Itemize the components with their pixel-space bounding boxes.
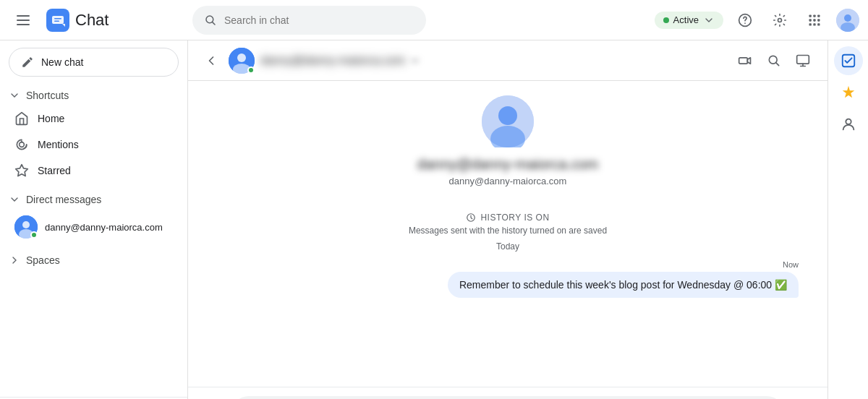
- star-icon: [14, 163, 29, 178]
- chevron-down-icon: [703, 14, 715, 26]
- svg-rect-11: [813, 14, 815, 17]
- dm-email: danny@danny-maiorca.com: [45, 222, 163, 233]
- history-icon: [466, 213, 476, 223]
- message-text: Remember to schedule this week's blog po…: [459, 279, 787, 291]
- contact-email-blurred: danny@danny-maiorca.com: [260, 54, 405, 67]
- history-badge: HISTORY IS ON: [466, 213, 549, 223]
- svg-point-27: [237, 53, 246, 62]
- active-dot: [663, 17, 669, 23]
- sidebar-item-home[interactable]: Home: [0, 106, 187, 132]
- hamburger-button[interactable]: [9, 6, 38, 35]
- starred-label: Starred: [38, 165, 71, 176]
- svg-rect-29: [739, 57, 748, 63]
- home-label: Home: [38, 113, 64, 124]
- svg-point-24: [22, 221, 30, 228]
- dm-status-dot: [30, 231, 38, 239]
- mentions-icon: [14, 137, 29, 152]
- right-icon-tasks[interactable]: [834, 46, 863, 75]
- direct-messages-label: Direct messages: [26, 194, 101, 205]
- right-icon-contacts[interactable]: [834, 110, 863, 139]
- video-call-button[interactable]: [732, 48, 758, 74]
- messages-area: danny@danny-maiorca.com danny@danny-maio…: [188, 81, 827, 387]
- search-input[interactable]: [224, 14, 414, 26]
- svg-rect-4: [54, 18, 61, 20]
- help-button[interactable]: [732, 7, 758, 33]
- svg-rect-5: [54, 20, 59, 22]
- today-divider: Today: [496, 241, 519, 252]
- profile-avatar-large: [482, 95, 534, 147]
- search-in-chat-button[interactable]: [761, 48, 787, 74]
- svg-point-33: [498, 106, 517, 125]
- spaces-section-header[interactable]: Spaces: [0, 250, 187, 270]
- svg-rect-17: [813, 23, 815, 25]
- svg-point-9: [778, 18, 782, 22]
- svg-rect-0: [17, 15, 30, 17]
- history-description: Messages sent with the history turned on…: [409, 226, 607, 236]
- main-chat: danny@danny-maiorca.com: [188, 40, 827, 399]
- chevron-down-icon: [9, 194, 20, 205]
- sidebar: New chat Shortcuts: [0, 40, 188, 399]
- chat-header: danny@danny-maiorca.com: [188, 40, 827, 81]
- back-button[interactable]: [200, 49, 223, 72]
- sidebar-item-mentions[interactable]: Mentions: [0, 132, 187, 158]
- active-label: Active: [673, 14, 699, 25]
- app-logo: [46, 9, 69, 32]
- chevron-right-icon: [9, 254, 20, 266]
- messages-list: Now Remember to schedule this week's blo…: [217, 260, 799, 298]
- user-avatar[interactable]: [836, 9, 859, 32]
- spaces-label: Spaces: [26, 254, 60, 266]
- svg-rect-16: [809, 23, 812, 25]
- new-chat-button[interactable]: New chat: [9, 48, 179, 77]
- right-sidebar: [827, 40, 868, 399]
- profile-name-blurred: danny@danny-maiorca.com: [417, 156, 598, 173]
- svg-rect-14: [813, 19, 815, 21]
- svg-rect-2: [17, 24, 30, 25]
- svg-point-8: [744, 22, 746, 24]
- mentions-label: Mentions: [38, 139, 79, 150]
- svg-rect-15: [817, 19, 820, 21]
- chat-header-actions: [732, 48, 816, 74]
- svg-rect-1: [17, 20, 30, 21]
- message-timestamp: Now: [783, 260, 799, 269]
- shortcuts-section-header[interactable]: Shortcuts: [0, 85, 187, 106]
- sidebar-item-starred[interactable]: Starred: [0, 158, 187, 184]
- settings-button[interactable]: [767, 7, 793, 33]
- dm-item-danny[interactable]: danny@danny-maiorca.com: [0, 210, 187, 244]
- home-icon: [14, 111, 29, 126]
- chevron-down-icon: [9, 90, 20, 101]
- svg-point-45: [846, 119, 851, 124]
- pencil-icon: [21, 56, 34, 69]
- chat-contact-name[interactable]: danny@danny-maiorca.com: [260, 54, 726, 67]
- svg-rect-31: [797, 55, 809, 64]
- add-people-button[interactable]: [790, 48, 816, 74]
- chat-header-status-dot: [247, 66, 255, 74]
- right-icon-keep[interactable]: [834, 78, 863, 107]
- app-title: Chat: [75, 11, 109, 30]
- svg-point-22: [20, 142, 25, 147]
- contact-profile: danny@danny-maiorca.com danny@danny-maio…: [217, 95, 799, 198]
- chevron-down-icon: [409, 55, 421, 66]
- message-bubble: Remember to schedule this week's blog po…: [448, 272, 799, 298]
- svg-rect-10: [809, 14, 812, 17]
- apps-button[interactable]: [801, 7, 827, 33]
- chat-header-avatar: [229, 48, 255, 74]
- svg-rect-13: [809, 19, 812, 21]
- chat-input-area: [188, 387, 827, 399]
- svg-rect-12: [817, 14, 820, 17]
- active-status-button[interactable]: Active: [655, 12, 723, 29]
- profile-email: danny@danny-maiorca.com: [449, 176, 567, 186]
- shortcuts-label: Shortcuts: [26, 90, 69, 101]
- input-box[interactable]: [231, 396, 784, 399]
- search-icon: [204, 14, 217, 27]
- new-chat-label: New chat: [41, 56, 83, 68]
- dm-avatar: [14, 215, 38, 239]
- history-on-label: HISTORY IS ON: [480, 213, 549, 223]
- svg-point-20: [844, 14, 851, 22]
- svg-rect-18: [817, 23, 820, 25]
- direct-messages-section-header[interactable]: Direct messages: [0, 189, 187, 210]
- search-bar[interactable]: [192, 6, 426, 35]
